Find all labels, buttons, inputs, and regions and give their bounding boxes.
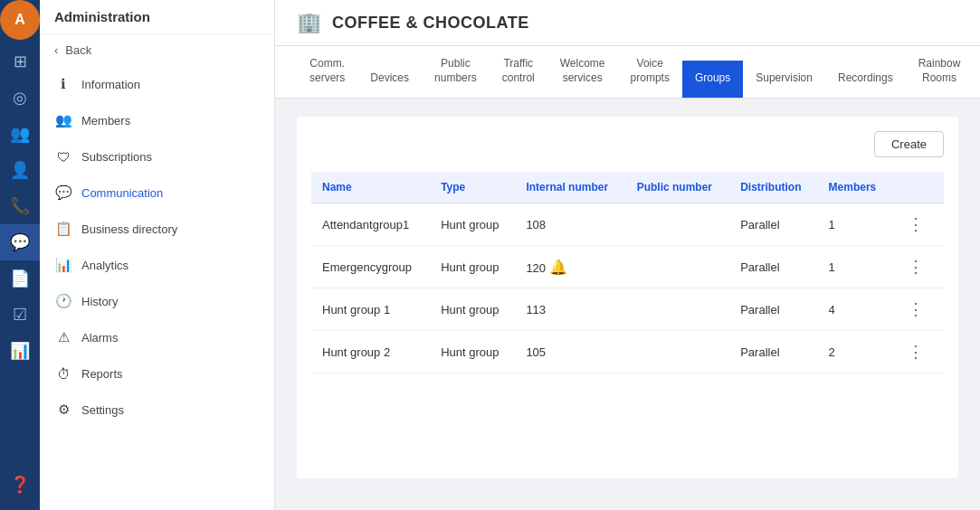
cell-type: Hunt group [430,203,515,246]
person-icon[interactable]: 👤 [0,152,40,188]
more-options-button[interactable]: ⋮ [902,340,929,364]
cell-members: 2 [818,331,892,373]
tab-groups[interactable]: Groups [682,61,743,99]
settings-icon: ⚙ [54,401,72,419]
avatar[interactable]: A [0,0,40,40]
table-row: Hunt group 2 Hunt group 105 Parallel 2 ⋮ [311,331,944,373]
cell-members: 1 [818,246,892,288]
phone-icon[interactable]: 📞 [0,188,40,224]
back-button[interactable]: ‹ Back [40,34,274,66]
tabs-container: Comm.servers Devices Publicnumbers Traff… [275,46,980,99]
cell-distribution: Parallel [729,288,817,331]
sidebar-item-history[interactable]: 🕐 History [40,283,274,319]
sidebar-item-reports[interactable]: ⏱ Reports [40,355,274,392]
more-options-button[interactable]: ⋮ [902,255,929,279]
communication-nav-icon: 💬 [54,184,72,202]
analytics-icon[interactable]: 📊 [0,333,40,369]
sidebar-item-label: Members [81,114,130,128]
col-members: Members [818,172,892,203]
tab-comm-servers[interactable]: Comm.servers [297,46,357,98]
tab-public-numbers[interactable]: Publicnumbers [422,46,490,98]
cell-actions: ⋮ [891,331,944,373]
cell-name: Hunt group 2 [311,331,430,373]
sidebar-item-alarms[interactable]: ⚠ Alarms [40,319,274,355]
alarms-icon: ⚠ [54,328,72,346]
more-options-button[interactable]: ⋮ [902,298,929,321]
sidebar-item-label: Alarms [81,331,118,345]
cell-internal-number: 113 [515,288,625,331]
sidebar-item-label: Settings [81,403,124,417]
icon-sidebar: A ⊞ ◎ 👥 👤 📞 💬 📄 ☑ 📊 ❓ [0,0,40,510]
content-card: Create Name Type Internal number Public … [297,117,958,478]
back-label: Back [65,43,91,57]
cell-type: Hunt group [430,331,515,373]
cell-type: Hunt group [430,246,515,288]
cell-actions: ⋮ [891,203,944,246]
alert-icon: 🔔 [549,260,567,275]
nav-header: Administration [40,0,274,34]
tasks-icon[interactable]: ☑ [0,297,40,333]
cell-public-number [626,203,729,246]
cell-name: Emergencygroup [311,246,430,288]
table-row: Hunt group 1 Hunt group 113 Parallel 4 ⋮ [311,288,944,331]
sidebar-item-settings[interactable]: ⚙ Settings [40,392,274,428]
cell-public-number [626,331,729,373]
create-btn-row: Create [311,131,944,157]
help-icon[interactable]: ❓ [0,467,40,503]
home-icon[interactable]: ⊞ [0,43,40,80]
business-directory-icon: 📋 [54,220,72,238]
cell-distribution: Parallel [729,203,817,246]
sidebar-item-label: Information [81,78,140,91]
tab-welcome-services[interactable]: Welcomeservices [547,46,618,98]
cell-distribution: Parallel [729,331,817,373]
col-name: Name [311,172,430,203]
people-icon[interactable]: 👥 [0,116,40,152]
cell-internal-number: 120 🔔 [515,246,625,288]
building-icon: 🏢 [297,11,321,34]
sidebar-item-analytics[interactable]: 📊 Analytics [40,247,274,283]
members-icon: 👥 [54,111,72,129]
sidebar-item-communication[interactable]: 💬 Communication [40,175,274,211]
tab-traffic-control[interactable]: Trafficcontrol [490,46,547,98]
history-icon: 🕐 [54,292,72,310]
tab-voice-prompts[interactable]: Voiceprompts [618,46,682,98]
document-icon[interactable]: 📄 [0,260,40,297]
sidebar-item-label: Reports [81,367,123,381]
sidebar-item-label: History [81,295,118,308]
cell-internal-number: 108 [515,203,625,246]
cell-members: 1 [818,203,892,246]
sidebar-item-business-directory[interactable]: 📋 Business directory [40,211,274,247]
cell-actions: ⋮ [891,288,944,331]
table-row: Attendantgroup1 Hunt group 108 Parallel … [311,203,944,246]
content-area: Create Name Type Internal number Public … [275,99,980,510]
cell-internal-number: 105 [515,331,625,373]
col-public-number: Public number [626,172,729,203]
tab-rainbow-rooms[interactable]: RainbowRooms [906,46,974,98]
create-button[interactable]: Create [874,131,944,157]
sidebar-item-subscriptions[interactable]: 🛡 Subscriptions [40,138,274,175]
tab-recordings[interactable]: Recordings [825,61,906,99]
sidebar-item-label: Analytics [81,259,128,272]
tab-supervision[interactable]: Supervision [743,61,825,99]
reports-icon: ⏱ [54,364,72,382]
left-nav: Administration ‹ Back ℹ Information 👥 Me… [40,0,275,510]
col-type: Type [430,172,515,203]
sidebar-item-label: Subscriptions [81,150,152,164]
communication-icon[interactable]: 💬 [0,224,40,260]
main-header: 🏢 COFFEE & CHOCOLATE [275,0,980,46]
sidebar-item-label: Communication [81,186,163,200]
sidebar-item-members[interactable]: 👥 Members [40,102,274,138]
groups-table: Name Type Internal number Public number … [311,172,944,373]
tab-devices[interactable]: Devices [357,61,422,99]
more-options-button[interactable]: ⋮ [902,212,929,236]
cell-name: Hunt group 1 [311,288,430,331]
cell-distribution: Parallel [729,246,817,288]
contacts-icon[interactable]: ◎ [0,80,40,116]
cell-actions: ⋮ [891,246,944,288]
subscriptions-icon: 🛡 [54,147,72,165]
sidebar-item-information[interactable]: ℹ Information [40,66,274,102]
cell-public-number [626,288,729,331]
back-chevron-icon: ‹ [54,43,58,57]
cell-public-number [626,246,729,288]
main-content: 🏢 COFFEE & CHOCOLATE Comm.servers Device… [275,0,980,510]
